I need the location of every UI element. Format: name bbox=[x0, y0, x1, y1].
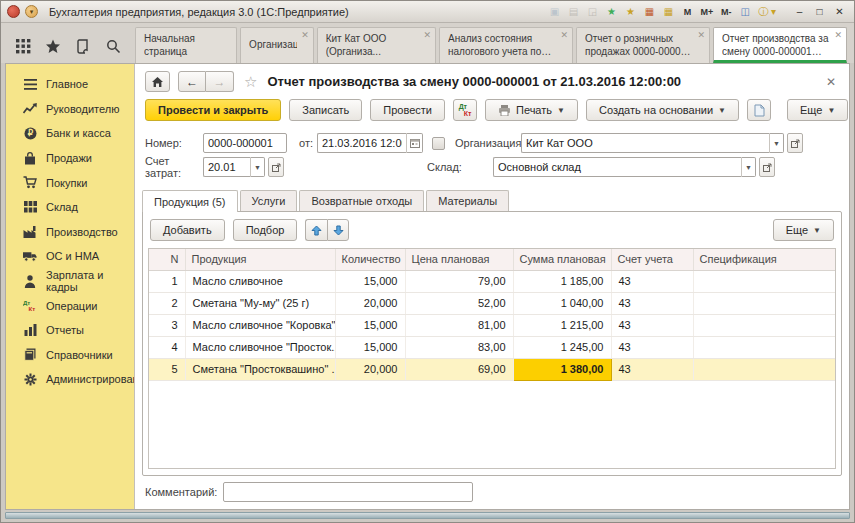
table-cell[interactable] bbox=[693, 314, 835, 336]
sidebar-item-ruble[interactable]: ₽Банк и касса bbox=[6, 121, 134, 146]
table-cell[interactable]: 69,00 bbox=[405, 358, 513, 380]
write-button[interactable]: Записать bbox=[289, 99, 362, 121]
post-button[interactable]: Провести bbox=[370, 99, 445, 121]
column-header[interactable]: Счет учета bbox=[611, 249, 693, 270]
post-and-close-button[interactable]: Провести и закрыть bbox=[145, 99, 281, 121]
favorite-star-icon[interactable]: ☆ bbox=[244, 73, 257, 91]
tab-close-icon[interactable]: ✕ bbox=[834, 30, 842, 41]
attached-files-button[interactable] bbox=[747, 99, 771, 121]
table-cell[interactable]: 1 380,00 bbox=[513, 358, 611, 380]
account-dropdown-icon[interactable]: ▼ bbox=[250, 157, 265, 177]
move-up-button[interactable] bbox=[305, 219, 327, 241]
table-cell[interactable]: 1 bbox=[149, 270, 185, 292]
table-row[interactable]: 4Масло сливочное "Просток...15,00083,001… bbox=[149, 336, 835, 358]
tab-6[interactable]: Отчет производства за смену 0000-000001 … bbox=[713, 27, 847, 63]
table-cell[interactable]: 4 bbox=[149, 336, 185, 358]
tab-close-icon[interactable]: ✕ bbox=[697, 30, 705, 41]
info-menu-icon[interactable]: ⓘ ▾ bbox=[756, 4, 778, 19]
tab-close-icon[interactable]: ✕ bbox=[423, 30, 431, 41]
sidebar-item-bag[interactable]: Продажи bbox=[6, 146, 134, 171]
tab-3[interactable]: Кит Кат ООО (Организа...✕ bbox=[317, 27, 436, 63]
table-cell[interactable]: 3 bbox=[149, 314, 185, 336]
sidebar-item-boxes[interactable]: Склад bbox=[6, 195, 134, 220]
table-cell[interactable]: 1 040,00 bbox=[513, 292, 611, 314]
table-cell[interactable]: 79,00 bbox=[405, 270, 513, 292]
tab-close-icon[interactable]: ✕ bbox=[560, 30, 568, 41]
doc-tab-4[interactable]: Материалы bbox=[426, 190, 509, 211]
pick-button[interactable]: Подбор bbox=[233, 219, 298, 241]
sidebar-item-book[interactable]: Справочники bbox=[6, 343, 134, 368]
calendar-icon[interactable] bbox=[406, 133, 423, 153]
table-cell[interactable]: Сметана "Му-му" (25 г) bbox=[185, 292, 335, 314]
sidebar-item-truck[interactable]: ОС и НМА bbox=[6, 244, 134, 269]
table-cell[interactable]: 1 215,00 bbox=[513, 314, 611, 336]
comment-input[interactable] bbox=[223, 482, 473, 502]
table-cell[interactable]: 52,00 bbox=[405, 292, 513, 314]
move-down-button[interactable] bbox=[327, 219, 349, 241]
system-menu-button[interactable]: ▾ bbox=[25, 5, 38, 18]
table-cell[interactable]: Масло сливочное "Просток... bbox=[185, 336, 335, 358]
column-header[interactable]: Количество bbox=[335, 249, 405, 270]
table-cell[interactable]: 43 bbox=[611, 336, 693, 358]
warehouse-dropdown-icon[interactable]: ▼ bbox=[741, 157, 756, 177]
show-postings-button[interactable]: ДтКт bbox=[453, 99, 477, 121]
maximize-button[interactable]: □ bbox=[811, 4, 828, 19]
date-input[interactable] bbox=[317, 133, 406, 153]
table-cell[interactable]: 83,00 bbox=[405, 336, 513, 358]
table-row[interactable]: 1Масло сливочное15,00079,001 185,0043 bbox=[149, 270, 835, 292]
sidebar-item-cart[interactable]: Покупки bbox=[6, 170, 134, 195]
table-cell[interactable]: 1 245,00 bbox=[513, 336, 611, 358]
org-input[interactable] bbox=[521, 133, 769, 153]
add-row-button[interactable]: Добавить bbox=[150, 219, 225, 241]
sidebar-item-dtkt[interactable]: ДтКтОперации bbox=[6, 293, 134, 318]
memory-m-minus-button[interactable]: M- bbox=[718, 4, 734, 19]
table-cell[interactable]: 43 bbox=[611, 270, 693, 292]
table-cell[interactable]: 2 bbox=[149, 292, 185, 314]
org-open-icon[interactable] bbox=[787, 133, 803, 153]
home-button[interactable] bbox=[145, 71, 170, 92]
table-cell[interactable]: 43 bbox=[611, 292, 693, 314]
table-cell[interactable]: 20,000 bbox=[335, 358, 405, 380]
split-window-icon[interactable]: ◫ bbox=[737, 4, 753, 19]
column-header[interactable]: Продукция bbox=[185, 249, 335, 270]
tab-close-icon[interactable]: ✕ bbox=[301, 30, 309, 41]
column-header[interactable]: Цена плановая bbox=[405, 249, 513, 270]
table-cell[interactable]: 43 bbox=[611, 358, 693, 380]
checkbox-icon[interactable] bbox=[432, 137, 445, 150]
table-row[interactable]: 2Сметана "Му-му" (25 г)20,00052,001 040,… bbox=[149, 292, 835, 314]
column-header[interactable]: Спецификация bbox=[693, 249, 835, 270]
doc-tab-3[interactable]: Возвратные отходы bbox=[299, 190, 424, 211]
sidebar-item-gear[interactable]: Администрирование bbox=[6, 367, 134, 392]
tab-1[interactable]: Начальная страница bbox=[135, 27, 237, 63]
table-cell[interactable] bbox=[693, 292, 835, 314]
table-cell[interactable]: 15,000 bbox=[335, 270, 405, 292]
table-row[interactable]: 3Масло сливочное "Коровка"15,00081,001 2… bbox=[149, 314, 835, 336]
table-cell[interactable]: Масло сливочное bbox=[185, 270, 335, 292]
tab-4[interactable]: Анализ состояния налогового учета по НДС… bbox=[439, 27, 573, 63]
table-cell[interactable]: 5 bbox=[149, 358, 185, 380]
forward-button[interactable]: → bbox=[206, 71, 234, 92]
add-favorite-icon[interactable]: ★ bbox=[603, 4, 619, 19]
close-button[interactable]: ✕ bbox=[831, 4, 848, 19]
table-cell[interactable] bbox=[693, 336, 835, 358]
calendar-icon[interactable]: ▦ bbox=[641, 4, 657, 19]
warehouse-input[interactable] bbox=[493, 157, 741, 177]
tab-5[interactable]: Отчет о розничных продажах 0000-000001 о… bbox=[576, 27, 710, 63]
table-cell[interactable]: 20,000 bbox=[335, 292, 405, 314]
table-cell[interactable]: Масло сливочное "Коровка" bbox=[185, 314, 335, 336]
account-input[interactable] bbox=[203, 157, 250, 177]
history-icon[interactable] bbox=[75, 38, 91, 54]
apps-menu-icon[interactable] bbox=[15, 38, 31, 54]
calculator-icon[interactable]: ▦ bbox=[660, 4, 676, 19]
table-cell[interactable]: 15,000 bbox=[335, 336, 405, 358]
sidebar-item-person[interactable]: Зарплата и кадры bbox=[6, 269, 134, 294]
doc-tab-1[interactable]: Продукция (5) bbox=[142, 190, 238, 212]
doc-tab-2[interactable]: Услуги bbox=[240, 190, 298, 211]
favorites-star-icon[interactable] bbox=[45, 38, 61, 54]
print-button[interactable]: Печать▼ bbox=[485, 99, 578, 121]
form-close-button[interactable]: ✕ bbox=[823, 75, 839, 89]
column-header[interactable]: N bbox=[149, 249, 185, 270]
account-open-icon[interactable] bbox=[268, 157, 284, 177]
table-cell[interactable] bbox=[693, 270, 835, 292]
table-cell[interactable]: 15,000 bbox=[335, 314, 405, 336]
